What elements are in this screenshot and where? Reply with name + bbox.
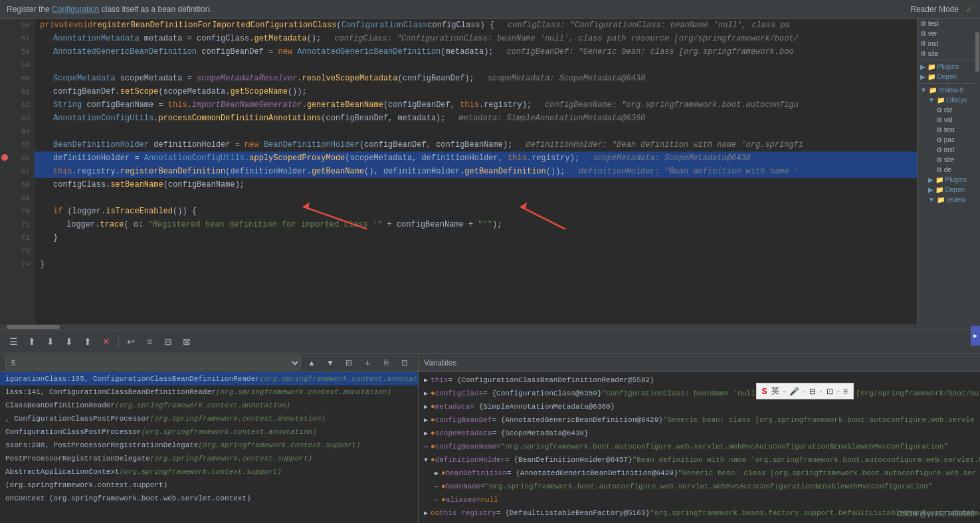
ime-sep3: ·: [820, 387, 822, 396]
expand-this: ▶: [424, 376, 428, 384]
line-74: 74: [0, 258, 34, 271]
frames-header: 5 ▲ ▼ ⊟ + ⎘ ⊡: [0, 354, 418, 372]
frames-down-btn[interactable]: ▼: [322, 355, 338, 371]
sidebar-depen2: ▶ 📁 Depen: [926, 185, 980, 195]
frames-input-container: 5: [5, 356, 301, 370]
sidebar-site[interactable]: ⚙ site: [918, 49, 980, 58]
frames-dropdown[interactable]: 5: [5, 356, 301, 370]
toolbar-step-out-btn[interactable]: ⬆: [80, 334, 96, 350]
line-69: 69: [0, 191, 34, 205]
code-line-62: String configBeanName = this.importBeanN…: [35, 98, 917, 112]
sidebar-test2[interactable]: ⚙ test: [933, 125, 980, 135]
top-bar: Register the Configuration class itself …: [0, 0, 980, 19]
sidebar-inst[interactable]: ⚙ inst: [918, 39, 980, 49]
frame-item-7[interactable]: AbstractApplicationContext (org.springfr…: [0, 465, 418, 478]
top-bar-right: Reader Mode ✓: [910, 4, 973, 15]
frames-settings-btn[interactable]: ⊡: [397, 355, 413, 371]
frame-item-8[interactable]: (org.springframework.context.support): [0, 478, 418, 492]
main-container: Register the Configuration class itself …: [0, 0, 980, 523]
var-item-beandefinition[interactable]: ▶ ● beanDefinition = {AnnotatedGenericBe…: [419, 467, 980, 480]
frames-list[interactable]: igurationClass:165, ConfigurationClassBe…: [0, 372, 418, 523]
top-bar-description: Register the Configuration class itself …: [7, 5, 212, 14]
ime-icon: S: [762, 387, 767, 396]
check-icon: ✓: [965, 4, 973, 15]
frame-item-3[interactable]: , ConfigurationClassPostProcessor (org.s…: [0, 412, 418, 425]
h-scroll-thumb[interactable]: [7, 325, 60, 329]
code-line-72: }: [35, 231, 917, 245]
ime-label: 英: [771, 385, 779, 397]
line-58: 58: [0, 45, 34, 58]
toolbar-stop-btn[interactable]: ✕: [98, 334, 114, 350]
ime-sep: ·: [783, 387, 785, 396]
line-70: 70: [0, 205, 34, 218]
expand-beanname: —: [435, 483, 439, 490]
frame-item-0[interactable]: igurationClass:165, ConfigurationClassBe…: [0, 372, 418, 385]
ime-sep2: ·: [803, 387, 805, 396]
frame-text-8: (org.springframework.context.support): [5, 481, 167, 489]
sidebar-site2[interactable]: ⚙ site: [933, 155, 980, 165]
sidebar-pac[interactable]: ⚙ pac: [933, 135, 980, 145]
line-73: 73: [0, 245, 34, 258]
frame-item-6[interactable]: PostProcessorRegistrationDelegate (org.s…: [0, 452, 418, 465]
sidebar-gear[interactable]: ⚙ test: [918, 19, 980, 29]
variables-header: Variables: [419, 354, 980, 372]
expand-definitionholder: ▼: [424, 457, 428, 464]
vertical-scroll-thumb[interactable]: [975, 32, 979, 72]
sidebar-cle[interactable]: ⚙ cle: [933, 105, 980, 115]
frame-text-4: ConfigurationClassPostProcessor: [5, 428, 142, 436]
toolbar-down-btn[interactable]: ⬇: [43, 334, 58, 350]
var-item-definitionholder[interactable]: ▼ ● definitionHolder = {BeanDefinitionHo…: [419, 453, 980, 467]
editor-area: 56 57 58 59 60 61 62 63 64 65 66 67 68 6…: [0, 19, 980, 324]
var-item-aliases[interactable]: — ● aliases = null: [419, 493, 980, 506]
expand-configbeanname: —: [424, 443, 428, 451]
frame-item-9[interactable]: onContext (org.springframework.boot.web.…: [0, 492, 418, 505]
var-item-beanname[interactable]: — ● beanName = "org.springframework.boot…: [419, 480, 980, 493]
ime-bar[interactable]: S 英 · 🎤 · ⊟ · ⊡ · ≡: [756, 383, 854, 399]
toolbar-grid-btn[interactable]: ⊟: [160, 334, 176, 350]
toolbar-more-btn[interactable]: ⊠: [179, 334, 195, 350]
line-64: 64: [0, 125, 34, 138]
frames-filter-btn[interactable]: ⊟: [341, 355, 357, 371]
vertical-scrollbar[interactable]: [975, 19, 980, 324]
var-item-metadata[interactable]: ▶ ● metadata = {SimpleAnnotationMetadata…: [419, 400, 980, 413]
frames-add-btn[interactable]: +: [359, 355, 375, 371]
var-item-configbeanname[interactable]: — ● configBeanName = "org.springframewor…: [419, 440, 980, 453]
toolbar-up-btn[interactable]: ⬆: [24, 334, 40, 350]
toolbar-list-btn[interactable]: ☰: [5, 334, 21, 350]
line-72: 72: [0, 231, 34, 245]
var-item-configbeandef[interactable]: ▶ ● configBeanDef = {AnnotatedGenericBea…: [419, 413, 980, 427]
variables-content[interactable]: ▶ this = {ConfigurationClassBeanDefiniti…: [419, 372, 980, 523]
frame-location-5: (org.springframework.context.support): [198, 441, 360, 449]
this-registry-label: this registry: [439, 509, 496, 517]
frame-item-2[interactable]: ClassBeanDefinitionReader (org.springfra…: [0, 399, 418, 412]
frame-location-6: (org.springframework.context.support): [150, 455, 312, 463]
frames-up-btn[interactable]: ▲: [304, 355, 320, 371]
frames-copy-btn[interactable]: ⎘: [378, 355, 394, 371]
ime-keyboard-icon: ⊟: [809, 387, 816, 396]
frame-item-5[interactable]: ssors:280, PostProcessorRegistrationDele…: [0, 439, 418, 452]
var-item-this[interactable]: ▶ this = {ConfigurationClassBeanDefiniti…: [419, 373, 980, 387]
frame-item-1[interactable]: lass:141, ConfigurationClassBeanDefiniti…: [0, 385, 418, 399]
toolbar-filter-btn[interactable]: ≡: [142, 334, 157, 350]
code-scroll: private void registerBeanDefinitionForIm…: [35, 19, 917, 324]
expand-configclass: ▶: [424, 389, 428, 397]
frame-item-4[interactable]: ConfigurationClassPostProcessor (org.spr…: [0, 425, 418, 439]
var-item-scopemetadata[interactable]: ▶ ● scopeMetadata = {ScopeMetadata@6438}: [419, 427, 980, 440]
reader-mode-button[interactable]: Reader Mode: [910, 5, 959, 14]
sidebar-inst2[interactable]: ⚙ inst: [933, 145, 980, 155]
code-content[interactable]: private void registerBeanDefinitionForIm…: [35, 19, 917, 324]
sidebar-val[interactable]: ⚙ val: [933, 115, 980, 125]
var-item-configclass[interactable]: ▶ ● configClass = {ConfigurationClass@63…: [419, 387, 980, 400]
var-item-registry[interactable]: ▶ oo this registry = {DefaultListableBea…: [419, 506, 980, 520]
frame-text-7: AbstractApplicationContext: [5, 468, 120, 476]
horizontal-scrollbar[interactable]: [0, 324, 980, 330]
expand-registry: ▶: [424, 509, 428, 517]
sidebar-ver[interactable]: ⚙ ver: [918, 29, 980, 39]
toolbar-resume-btn[interactable]: ↩: [123, 334, 139, 350]
frames-panel: 5 ▲ ▼ ⊟ + ⎘ ⊡ igurationClass:165, Config…: [0, 354, 419, 523]
toolbar-step-into-btn[interactable]: ⬇: [61, 334, 77, 350]
code-line-56: private void registerBeanDefinitionForIm…: [35, 19, 917, 32]
sidebar-plugins: ▶ 📁 Plugins: [918, 62, 980, 72]
line-56: 56: [0, 19, 34, 32]
sidebar-de[interactable]: ⚙ de: [933, 165, 980, 175]
